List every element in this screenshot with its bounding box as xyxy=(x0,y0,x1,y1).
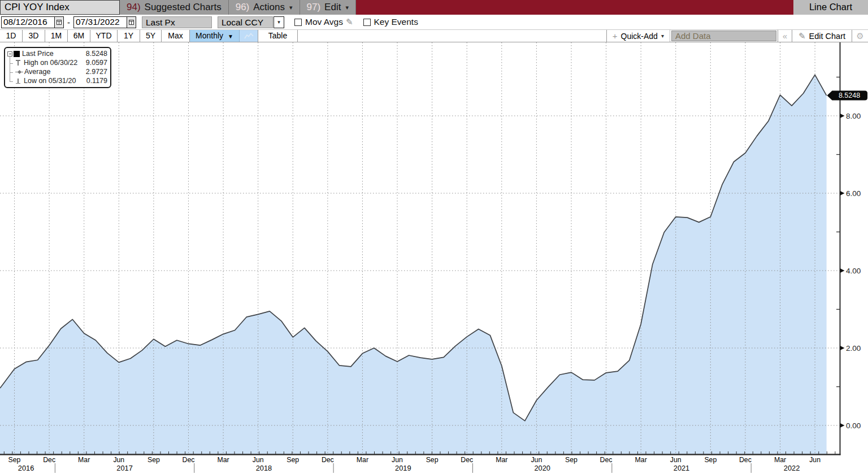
chevron-down-icon: ▾ xyxy=(345,4,349,11)
svg-text:Mar: Mar xyxy=(78,456,90,464)
svg-text:2018: 2018 xyxy=(256,464,272,472)
title-bar-filler xyxy=(356,0,793,15)
range-button-3d[interactable]: 3D xyxy=(23,30,45,42)
svg-text:6.00: 6.00 xyxy=(846,189,861,198)
svg-text:Dec: Dec xyxy=(322,456,334,464)
svg-text:Sep: Sep xyxy=(8,456,21,464)
chart-type-tab[interactable]: Line Chart xyxy=(793,0,868,15)
currency-dropdown-button[interactable]: ▾ xyxy=(274,16,284,28)
menu-suggested-charts[interactable]: 94) Suggested Charts xyxy=(120,0,229,15)
legend-label: High on 06/30/22 xyxy=(24,59,86,67)
tree-expander-icon[interactable] xyxy=(7,51,12,56)
range-button-1m[interactable]: 1M xyxy=(45,30,68,42)
svg-text:8.00: 8.00 xyxy=(846,112,861,120)
edit-chart-label: Edit Chart xyxy=(809,32,845,41)
high-marker-icon xyxy=(15,60,21,66)
period-dropdown[interactable]: Monthly ▼ xyxy=(190,30,240,42)
legend-label: Last Price xyxy=(22,50,86,58)
svg-text:Sep: Sep xyxy=(287,456,299,464)
plus-icon: + xyxy=(613,31,618,41)
svg-text:Dec: Dec xyxy=(739,456,752,464)
price-chart[interactable]: SepDecMarJunSepDecMarJunSepDecMarJunSepD… xyxy=(0,42,868,474)
menu-label: Suggested Charts xyxy=(145,2,222,13)
legend-row-high[interactable]: High on 06/30/22 9.0597 xyxy=(7,58,107,67)
svg-text:0.00: 0.00 xyxy=(846,421,861,430)
svg-text:Mar: Mar xyxy=(217,456,229,464)
svg-text:Dec: Dec xyxy=(461,456,473,464)
range-button-max[interactable]: Max xyxy=(162,30,190,42)
gear-icon[interactable]: ⚙ xyxy=(852,30,868,42)
range-button-1y[interactable]: 1Y xyxy=(118,30,140,42)
currency-select[interactable]: Local CCY xyxy=(218,16,273,28)
range-button-6m[interactable]: 6M xyxy=(68,30,90,42)
svg-text:Jun: Jun xyxy=(531,456,542,464)
table-button[interactable]: Table xyxy=(258,30,298,42)
range-button-5y[interactable]: 5Y xyxy=(140,30,162,42)
menu-key-number: 97) xyxy=(307,2,321,13)
add-data-input[interactable]: Add Data xyxy=(671,31,776,41)
svg-text:8.5248: 8.5248 xyxy=(839,92,860,99)
svg-text:Sep: Sep xyxy=(704,456,717,464)
range-button-ytd[interactable]: YTD xyxy=(90,30,118,42)
pencil-icon[interactable]: ✎ xyxy=(346,17,353,27)
edit-chart-button[interactable]: ✎ Edit Chart xyxy=(792,30,852,42)
legend-value: 2.9727 xyxy=(86,68,107,76)
legend-row-average[interactable]: Average 2.9727 xyxy=(7,67,107,76)
legend-value: 9.0597 xyxy=(86,59,107,67)
menu-label: Actions xyxy=(253,2,285,13)
range-button-1d[interactable]: 1D xyxy=(0,30,23,42)
calendar-button[interactable] xyxy=(54,17,63,28)
legend-value: 8.5248 xyxy=(86,50,107,58)
chart-settings-bar: 08/12/2016 - 07/31/2022 Last Px Local CC… xyxy=(0,15,868,29)
menu-edit[interactable]: 97) Edit ▾ xyxy=(300,0,356,15)
calendar-icon xyxy=(129,20,134,25)
security-ticker-field[interactable]: CPI YOY Index xyxy=(0,0,120,15)
svg-text:2022: 2022 xyxy=(784,464,800,472)
chevron-down-icon: ▾ xyxy=(661,33,664,39)
key-events-label: Key Events xyxy=(374,17,418,27)
chevron-down-icon: ▼ xyxy=(228,33,233,40)
low-marker-icon xyxy=(15,78,21,84)
svg-text:2021: 2021 xyxy=(674,464,689,472)
chevron-down-icon: ▾ xyxy=(289,4,293,11)
svg-text:Jun: Jun xyxy=(113,456,124,464)
svg-text:Sep: Sep xyxy=(426,456,439,464)
quick-add-button[interactable]: + Quick-Add ▾ xyxy=(607,30,670,42)
menu-actions[interactable]: 96) Actions ▾ xyxy=(229,0,300,15)
calendar-button[interactable] xyxy=(127,17,136,28)
svg-text:Sep: Sep xyxy=(147,456,160,464)
bloomberg-chart-window: CPI YOY Index 94) Suggested Charts 96) A… xyxy=(0,0,868,474)
pencil-icon: ✎ xyxy=(798,31,806,41)
legend-label: Average xyxy=(24,68,86,76)
svg-text:2020: 2020 xyxy=(534,464,550,472)
series-color-swatch xyxy=(14,51,20,57)
menu-bar: 94) Suggested Charts 96) Actions ▾ 97) E… xyxy=(120,0,356,15)
svg-text:4.00: 4.00 xyxy=(846,267,861,275)
calendar-icon xyxy=(57,20,62,25)
chart-legend[interactable]: Last Price 8.5248 High on 06/30/22 9.059… xyxy=(4,47,111,88)
svg-text:Dec: Dec xyxy=(183,456,195,464)
chart-area: SepDecMarJunSepDecMarJunSepDecMarJunSepD… xyxy=(0,42,868,474)
svg-text:Dec: Dec xyxy=(600,456,613,464)
date-to-input[interactable]: 07/31/2022 xyxy=(73,16,136,28)
svg-text:Jun: Jun xyxy=(670,456,682,464)
legend-row-last-price[interactable]: Last Price 8.5248 xyxy=(7,49,107,58)
mov-avgs-checkbox[interactable] xyxy=(294,19,302,26)
svg-text:Mar: Mar xyxy=(635,456,647,464)
legend-row-low[interactable]: Low on 05/31/20 0.1179 xyxy=(7,76,107,85)
legend-label: Low on 05/31/20 xyxy=(24,77,86,85)
date-from-input[interactable]: 08/12/2016 xyxy=(1,16,64,28)
collapse-panel-button[interactable]: « xyxy=(778,30,792,42)
range-toolbar: 1D 3D 1M 6M YTD 1Y 5Y Max Monthly ▼ Tabl… xyxy=(0,29,868,42)
svg-text:Mar: Mar xyxy=(496,456,507,464)
svg-text:Dec: Dec xyxy=(43,456,55,464)
chart-style-button[interactable] xyxy=(240,30,258,42)
key-events-checkbox[interactable] xyxy=(363,19,371,26)
svg-text:2016: 2016 xyxy=(18,464,34,472)
svg-text:2019: 2019 xyxy=(395,464,411,472)
svg-text:2017: 2017 xyxy=(116,464,132,472)
date-to-value[interactable]: 07/31/2022 xyxy=(74,17,127,28)
date-from-value[interactable]: 08/12/2016 xyxy=(2,17,54,28)
price-field-select[interactable]: Last Px xyxy=(142,16,212,28)
menu-key-number: 96) xyxy=(236,2,250,13)
